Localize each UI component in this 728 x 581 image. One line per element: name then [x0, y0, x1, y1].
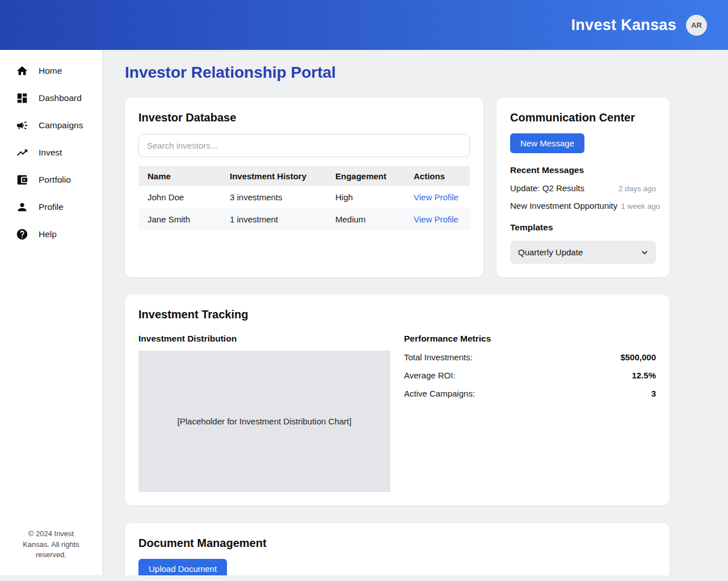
- metric-label: Active Campaigns:: [404, 389, 475, 398]
- table-row: Jane Smith 1 investment Medium View Prof…: [138, 208, 470, 230]
- table-header-row: Name Investment History Engagement Actio…: [138, 166, 470, 186]
- view-profile-link[interactable]: View Profile: [414, 214, 458, 224]
- trending-up-icon: [16, 146, 28, 159]
- sidebar-item-dashboard[interactable]: Dashboard: [0, 85, 102, 112]
- sidebar-item-invest[interactable]: Invest: [0, 139, 102, 166]
- sidebar-item-label: Invest: [39, 148, 62, 158]
- recent-messages-title: Recent Messages: [510, 165, 656, 175]
- sidebar-item-label: Profile: [39, 202, 64, 212]
- message-subject: Update: Q2 Results: [510, 183, 584, 193]
- metric-row: Total Investments: $500,000: [404, 352, 656, 362]
- performance-metrics-section: Performance Metrics Total Investments: $…: [404, 334, 656, 492]
- person-icon: [16, 201, 28, 213]
- sidebar-item-label: Help: [39, 229, 57, 239]
- sidebar-item-label: Home: [39, 66, 62, 76]
- sidebar-item-home[interactable]: Home: [0, 57, 102, 85]
- view-profile-link[interactable]: View Profile: [414, 192, 458, 202]
- communication-center-title: Communication Center: [510, 111, 656, 124]
- sidebar-item-label: Campaigns: [39, 120, 83, 130]
- column-header-actions: Actions: [405, 166, 470, 186]
- message-time: 1 week ago: [621, 202, 660, 210]
- upload-document-button[interactable]: Upload Document: [138, 559, 227, 575]
- sidebar-item-profile[interactable]: Profile: [0, 193, 102, 221]
- metric-value: 3: [651, 389, 656, 398]
- message-time: 2 days ago: [618, 184, 656, 193]
- help-icon: [16, 228, 28, 241]
- page-title: Investor Relationship Portal: [125, 64, 670, 82]
- investor-name: John Doe: [138, 186, 221, 208]
- investor-history: 3 investments: [221, 186, 326, 208]
- document-management-card: Document Management Upload Document: [125, 523, 670, 575]
- template-select[interactable]: Quarterly Update: [510, 241, 656, 264]
- copyright-text: © 2024 Invest Kansas. All rights reserve…: [0, 529, 102, 575]
- metric-label: Average ROI:: [404, 371, 456, 380]
- column-header-name: Name: [138, 166, 221, 186]
- sidebar-nav: Home Dashboard Campaigns Invest Portfoli…: [0, 57, 102, 248]
- investment-tracking-title: Investment Tracking: [138, 308, 656, 321]
- sidebar-item-label: Dashboard: [39, 93, 82, 103]
- templates-title: Templates: [510, 222, 656, 233]
- metric-value: $500,000: [620, 352, 656, 362]
- sidebar: Home Dashboard Campaigns Invest Portfoli…: [0, 50, 102, 575]
- column-header-history: Investment History: [221, 166, 326, 186]
- investor-engagement: Medium: [326, 208, 405, 230]
- main-content: Investor Relationship Portal Investor Da…: [102, 50, 728, 575]
- app-header: Invest Kansas AR: [0, 0, 728, 50]
- megaphone-icon: [16, 119, 28, 132]
- message-row: Update: Q2 Results 2 days ago: [510, 183, 656, 193]
- home-icon: [16, 65, 28, 77]
- sidebar-item-label: Portfolio: [39, 175, 71, 185]
- performance-metrics-title: Performance Metrics: [404, 334, 656, 344]
- metric-value: 12.5%: [632, 371, 656, 380]
- investor-engagement: High: [326, 186, 405, 208]
- metric-label: Total Investments:: [404, 352, 473, 362]
- metric-row: Average ROI: 12.5%: [404, 371, 656, 380]
- wallet-icon: [16, 174, 28, 186]
- template-select-wrap: Quarterly Update: [510, 241, 656, 264]
- investor-database-title: Investor Database: [138, 111, 470, 124]
- new-message-button[interactable]: New Message: [510, 133, 584, 153]
- sidebar-item-portfolio[interactable]: Portfolio: [0, 166, 102, 193]
- sidebar-item-campaigns[interactable]: Campaigns: [0, 112, 102, 139]
- investor-table: Name Investment History Engagement Actio…: [138, 166, 470, 230]
- investor-database-card: Investor Database Name Investment Histor…: [125, 98, 483, 277]
- avatar[interactable]: AR: [686, 15, 707, 36]
- distribution-chart-placeholder: [Placeholder for Investment Distribution…: [138, 351, 390, 492]
- investor-history: 1 investment: [221, 208, 326, 230]
- investment-distribution-title: Investment Distribution: [138, 334, 390, 344]
- message-subject: New Investment Opportunity: [510, 201, 617, 210]
- brand-title: Invest Kansas: [571, 16, 677, 34]
- communication-center-card: Communication Center New Message Recent …: [496, 98, 670, 277]
- column-header-engagement: Engagement: [326, 166, 405, 186]
- investor-name: Jane Smith: [138, 208, 221, 230]
- dashboard-icon: [16, 92, 28, 104]
- document-management-title: Document Management: [138, 537, 656, 550]
- investment-tracking-card: Investment Tracking Investment Distribut…: [125, 294, 670, 506]
- investment-distribution-section: Investment Distribution [Placeholder for…: [138, 334, 390, 492]
- metric-row: Active Campaigns: 3: [404, 389, 656, 398]
- search-input[interactable]: [138, 134, 470, 157]
- table-row: John Doe 3 investments High View Profile: [138, 186, 470, 208]
- sidebar-item-help[interactable]: Help: [0, 221, 102, 248]
- message-row: New Investment Opportunity 1 week ago: [510, 201, 656, 210]
